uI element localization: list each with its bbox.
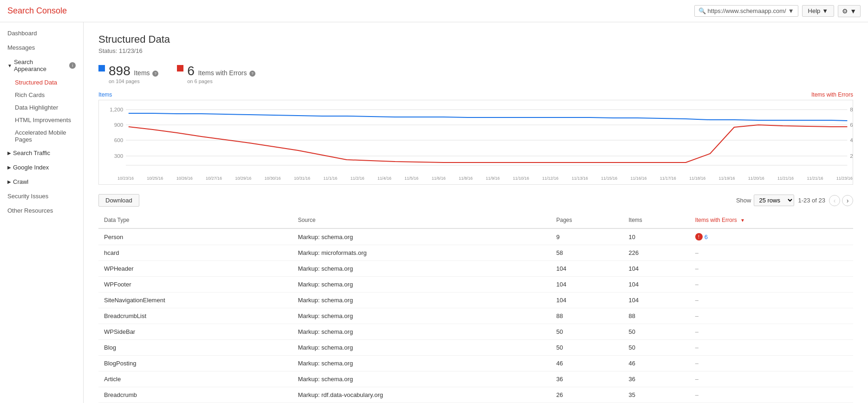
- cell-items: 104: [623, 292, 690, 308]
- table-row: BlogMarkup: schema.org5050–: [98, 340, 853, 356]
- table-row: BreadcrumbListMarkup: schema.org8888–: [98, 308, 853, 324]
- url-text: https://www.schemaapp.com/: [708, 7, 786, 14]
- page-navigation: ‹ ›: [829, 195, 853, 206]
- no-errors-dash: –: [695, 328, 698, 335]
- table-row: SiteNavigationElementMarkup: schema.org1…: [98, 292, 853, 308]
- cell-errors: –: [690, 308, 853, 324]
- cell-errors: –: [690, 261, 853, 277]
- cell-items: 104: [623, 261, 690, 277]
- errors-label: Items with Errors: [198, 69, 247, 77]
- cell-pages: 88: [551, 308, 623, 324]
- no-errors-dash: –: [695, 391, 698, 398]
- cell-data-type[interactable]: Blog: [98, 340, 292, 356]
- svg-text:8: 8: [850, 107, 853, 112]
- sidebar: Dashboard Messages ▼ Search Appearance i…: [0, 22, 84, 403]
- page-status: Status: 11/23/16: [98, 47, 853, 54]
- cell-items: 10: [623, 228, 690, 245]
- sidebar-item-data-highlighter[interactable]: Data Highlighter: [7, 101, 83, 114]
- errors-pages: on 6 pages: [187, 78, 255, 84]
- svg-text:300: 300: [114, 154, 123, 159]
- no-errors-dash: –: [695, 249, 698, 256]
- sidebar-item-other-resources[interactable]: Other Resources: [0, 203, 83, 218]
- cell-data-type[interactable]: BreadcrumbList: [98, 308, 292, 324]
- sidebar-section-search-appearance[interactable]: ▼ Search Appearance i: [0, 55, 83, 76]
- cell-pages: 104: [551, 277, 623, 292]
- cell-data-type[interactable]: hcard: [98, 245, 292, 261]
- cell-pages: 58: [551, 245, 623, 261]
- no-errors-dash: –: [695, 360, 698, 367]
- cell-data-type[interactable]: Person: [98, 228, 292, 245]
- cell-errors: –: [690, 292, 853, 308]
- error-count-link[interactable]: 6: [705, 234, 708, 240]
- errors-stat: 6 Items with Errors ? on 6 pages: [177, 64, 255, 84]
- items-stat: 898 Items ? on 104 pages: [98, 64, 158, 84]
- errors-info-icon[interactable]: ?: [249, 71, 255, 77]
- cell-items: 50: [623, 324, 690, 340]
- cell-items: 36: [623, 371, 690, 387]
- sidebar-item-structured-data[interactable]: Structured Data: [7, 76, 83, 89]
- sidebar-item-dashboard[interactable]: Dashboard: [0, 26, 83, 40]
- no-errors-dash: –: [695, 297, 698, 304]
- col-header-errors[interactable]: Items with Errors ▼: [690, 212, 853, 228]
- cell-pages: 9: [551, 228, 623, 245]
- items-info-icon[interactable]: ?: [152, 71, 158, 77]
- cell-data-type[interactable]: SiteNavigationElement: [98, 292, 292, 308]
- sidebar-section-crawl[interactable]: ▶ Crawl: [0, 175, 83, 189]
- cell-data-type[interactable]: WPFooter: [98, 277, 292, 292]
- table-row: BreadcrumbMarkup: rdf.data-vocabulary.or…: [98, 387, 853, 403]
- cell-source: Markup: schema.org: [292, 292, 550, 308]
- sidebar-item-amp[interactable]: Accelerated Mobile Pages: [7, 126, 83, 146]
- help-button[interactable]: Help ▼: [802, 5, 835, 17]
- svg-text:2: 2: [850, 154, 853, 159]
- sidebar-item-messages[interactable]: Messages: [0, 40, 83, 55]
- chart-container: 1,200 900 600 300 8 6 4 2 10/23/16 10/25…: [98, 100, 853, 185]
- cell-data-type[interactable]: WPHeader: [98, 261, 292, 277]
- legend-items: Items: [98, 91, 112, 98]
- items-count: 898: [109, 64, 131, 78]
- download-button[interactable]: Download: [98, 194, 139, 207]
- rows-per-page-select[interactable]: 25 rows 50 rows 100 rows: [754, 195, 794, 206]
- sidebar-section-google-index[interactable]: ▶ Google Index: [0, 160, 83, 175]
- chart-x-axis: 10/23/16 10/25/16 10/26/16 10/27/16 10/2…: [99, 176, 853, 184]
- no-errors-dash: –: [695, 344, 698, 351]
- table-row: WPFooterMarkup: schema.org104104–: [98, 277, 853, 292]
- cell-data-type[interactable]: BlogPosting: [98, 356, 292, 371]
- prev-page-button[interactable]: ‹: [829, 195, 840, 206]
- col-header-items: Items: [623, 212, 690, 228]
- data-table: Data Type Source Pages Items Items with …: [98, 212, 853, 403]
- sidebar-item-html-improvements[interactable]: HTML Improvements: [7, 114, 83, 126]
- layout: Dashboard Messages ▼ Search Appearance i…: [0, 22, 868, 403]
- cell-source: Markup: schema.org: [292, 308, 550, 324]
- url-selector[interactable]: 🔍 https://www.schemaapp.com/ ▼: [694, 5, 798, 17]
- sidebar-section-search-traffic[interactable]: ▶ Search Traffic: [0, 146, 83, 160]
- info-icon: i: [69, 62, 76, 69]
- col-header-pages: Pages: [551, 212, 623, 228]
- settings-button[interactable]: ⚙ ▼: [838, 5, 861, 17]
- cell-data-type[interactable]: WPSideBar: [98, 324, 292, 340]
- cell-source: Markup: schema.org: [292, 340, 550, 356]
- svg-text:1,200: 1,200: [110, 107, 123, 112]
- pagination-controls: Show 25 rows 50 rows 100 rows 1-23 of 23…: [736, 195, 853, 206]
- arrow-right-icon: ▶: [7, 179, 11, 184]
- items-label: Items: [134, 69, 150, 77]
- gear-icon: ⚙: [842, 7, 848, 15]
- cell-data-type[interactable]: Breadcrumb: [98, 387, 292, 403]
- sidebar-item-security-issues[interactable]: Security Issues: [0, 189, 83, 203]
- cell-pages: 104: [551, 292, 623, 308]
- error-icon: !: [695, 233, 703, 240]
- next-page-button[interactable]: ›: [842, 195, 853, 206]
- cell-errors: !6: [690, 228, 853, 245]
- sidebar-item-rich-cards[interactable]: Rich Cards: [7, 89, 83, 101]
- cell-errors: –: [690, 340, 853, 356]
- table-row: WPHeaderMarkup: schema.org104104–: [98, 261, 853, 277]
- cell-errors: –: [690, 277, 853, 292]
- table-header-row: Data Type Source Pages Items Items with …: [98, 212, 853, 228]
- chevron-down-icon: ▼: [822, 7, 828, 14]
- cell-pages: 50: [551, 324, 623, 340]
- items-pages: on 104 pages: [109, 78, 158, 84]
- arrow-right-icon: ▶: [7, 165, 11, 170]
- show-rows-control: Show 25 rows 50 rows 100 rows: [736, 195, 795, 206]
- svg-text:4: 4: [850, 138, 853, 143]
- cell-data-type[interactable]: Article: [98, 371, 292, 387]
- cell-items: 35: [623, 387, 690, 403]
